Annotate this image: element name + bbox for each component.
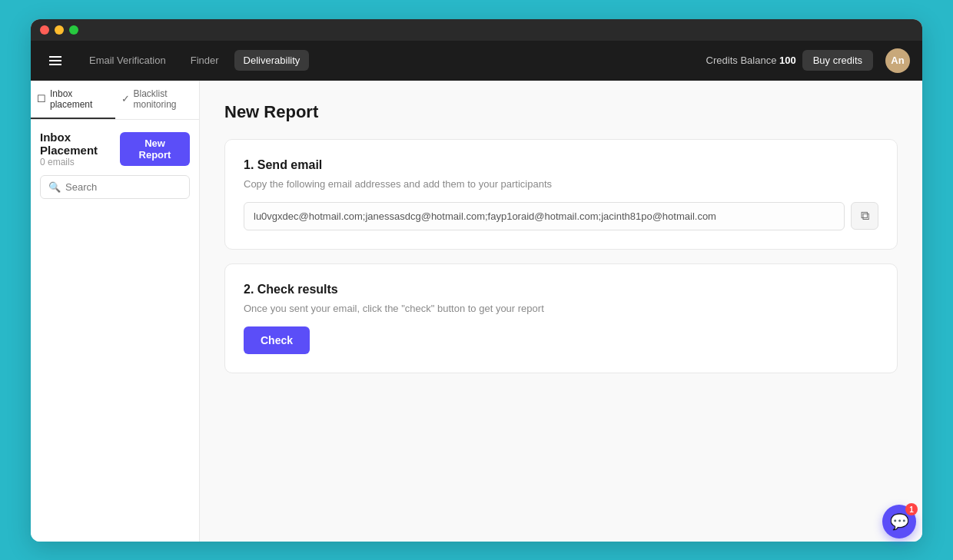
sidebar-title-group: Inbox Placement 0 emails bbox=[40, 131, 120, 167]
step2-card: 2. Check results Once you sent your emai… bbox=[224, 263, 898, 373]
nav-deliverability[interactable]: Deliverability bbox=[234, 50, 310, 71]
email-addresses-field[interactable] bbox=[244, 202, 845, 230]
copy-button[interactable]: ⧉ bbox=[851, 202, 878, 230]
content-area: New Report 1. Send email Copy the follow… bbox=[200, 81, 922, 542]
tab-blacklist-label: Blacklist monitoring bbox=[134, 88, 194, 110]
close-dot[interactable] bbox=[40, 25, 49, 35]
minimize-dot[interactable] bbox=[55, 25, 64, 35]
inbox-icon: ☐ bbox=[37, 93, 46, 104]
new-report-button[interactable]: New Report bbox=[120, 132, 190, 166]
search-icon: 🔍 bbox=[48, 181, 61, 193]
step2-description: Once you sent your email, click the "che… bbox=[244, 303, 878, 314]
check-button[interactable]: Check bbox=[244, 326, 310, 354]
page-title: New Report bbox=[224, 102, 898, 122]
sidebar-header: Inbox Placement 0 emails New Report bbox=[40, 131, 190, 167]
maximize-dot[interactable] bbox=[69, 25, 78, 35]
chat-badge: 1 bbox=[905, 503, 918, 515]
email-input-row: ⧉ bbox=[244, 202, 878, 230]
logo bbox=[43, 48, 68, 73]
check-circle-icon: ✓ bbox=[121, 93, 130, 104]
main-area: ☐ Inbox placement ✓ Blacklist monitoring… bbox=[31, 81, 922, 542]
sidebar: ☐ Inbox placement ✓ Blacklist monitoring… bbox=[31, 81, 200, 542]
sidebar-section-subtitle: 0 emails bbox=[40, 157, 120, 167]
tab-inbox-placement[interactable]: ☐ Inbox placement bbox=[31, 81, 115, 119]
avatar: An bbox=[885, 48, 910, 73]
tab-blacklist-monitoring[interactable]: ✓ Blacklist monitoring bbox=[115, 81, 200, 119]
step1-description: Copy the following email addresses and a… bbox=[244, 178, 878, 190]
app-window: Email Verification Finder Deliverability… bbox=[31, 19, 922, 542]
sub-tabs: ☐ Inbox placement ✓ Blacklist monitoring bbox=[31, 81, 199, 120]
chat-bubble[interactable]: 💬 1 bbox=[882, 505, 916, 538]
step2-title: 2. Check results bbox=[244, 283, 878, 297]
copy-icon: ⧉ bbox=[861, 209, 869, 223]
nav-email-verification[interactable]: Email Verification bbox=[80, 50, 175, 71]
search-box: 🔍 bbox=[40, 175, 190, 199]
sidebar-content: Inbox Placement 0 emails New Report 🔍 bbox=[31, 120, 199, 210]
topnav: Email Verification Finder Deliverability… bbox=[31, 41, 922, 81]
step1-card: 1. Send email Copy the following email a… bbox=[224, 139, 898, 250]
sidebar-section-title: Inbox Placement bbox=[40, 131, 120, 157]
credits-label: Credits Balance 100 bbox=[706, 55, 796, 66]
search-input[interactable] bbox=[65, 181, 181, 193]
credits-value: 100 bbox=[779, 55, 796, 66]
tab-inbox-label: Inbox placement bbox=[50, 88, 109, 110]
credits-area: Credits Balance 100 Buy credits An bbox=[706, 48, 910, 73]
titlebar bbox=[31, 19, 922, 41]
nav-finder[interactable]: Finder bbox=[181, 50, 228, 71]
buy-credits-button[interactable]: Buy credits bbox=[802, 50, 873, 71]
step1-title: 1. Send email bbox=[244, 158, 878, 172]
chat-icon: 💬 bbox=[890, 512, 909, 531]
